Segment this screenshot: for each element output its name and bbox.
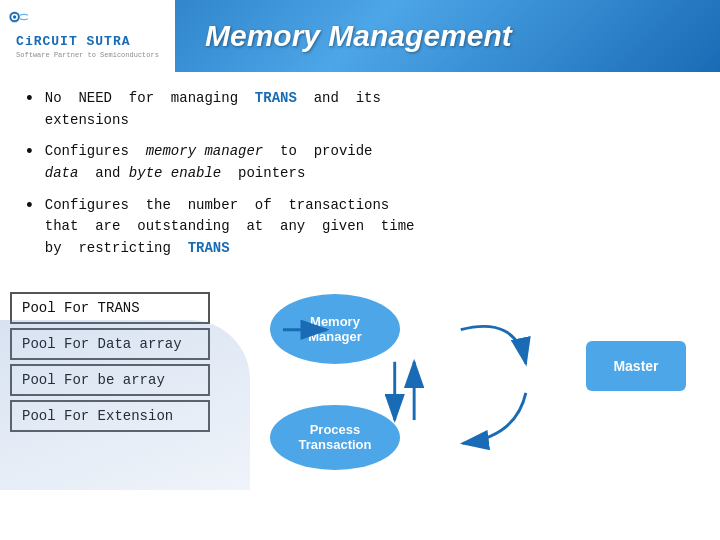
header: CiRCUIT SUTRA Software Partner to Semico… [0,0,720,72]
page-title: Memory Management [205,19,512,53]
bullet-item-3: Configures the number of transactionstha… [24,195,696,260]
process-transaction-label: ProcessTransaction [299,422,372,452]
bullet-text-1: No NEED for managing TRANS and itsextens… [45,88,696,131]
logo-area: CiRCUIT SUTRA Software Partner to Semico… [0,0,175,72]
diagram-area: MemoryManager ProcessTransaction Master [210,286,696,490]
process-transaction-ellipse: ProcessTransaction [270,405,400,470]
bullet-text-2: Configures memory manager to providedata… [45,141,696,184]
circuit-sutra-icon [8,8,30,26]
master-box: Master [586,341,686,391]
memory-manager-text: memory manager [146,143,264,159]
trans-keyword-1: TRANS [255,90,297,106]
trans-keyword-2: TRANS [188,240,230,256]
bullet-list: No NEED for managing TRANS and itsextens… [24,88,696,260]
bullet-text-3: Configures the number of transactionstha… [45,195,696,260]
memory-manager-label: MemoryManager [308,314,361,344]
logo-main-text: CiRCUIT SUTRA [16,34,159,49]
memory-manager-ellipse: MemoryManager [270,294,400,364]
bottom-section: Pool For TRANS Pool For Data array Pool … [0,280,720,490]
bullet-item-1: No NEED for managing TRANS and itsextens… [24,88,696,131]
master-label: Master [613,358,658,374]
content-area: No NEED for managing TRANS and itsextens… [0,72,720,280]
svg-point-2 [13,15,16,18]
byte-enable-text: byte enable [129,165,221,181]
logo-sub-text: Software Partner to Semiconductors [16,51,159,59]
data-text: data [45,165,79,181]
bullet-item-2: Configures memory manager to providedata… [24,141,696,184]
